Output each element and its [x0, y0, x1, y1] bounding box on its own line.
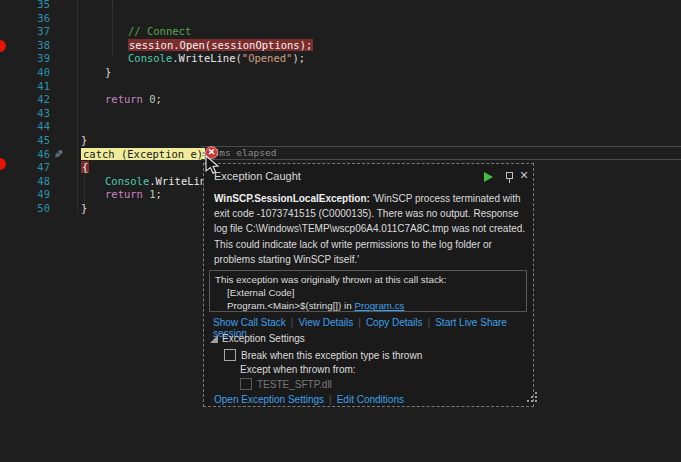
call-stack-frame: Program.<Main>$(string[]) in Program.cs	[215, 299, 521, 312]
line-number[interactable]: 40	[0, 66, 50, 80]
code-token: WriteLine	[179, 52, 236, 64]
code-token: return	[105, 188, 143, 200]
break-checkbox-row: Break when this exception type is thrown	[224, 349, 422, 361]
settings-links: Open Exception Settings|Edit Conditions	[214, 394, 404, 405]
action-link[interactable]: Show Call Stack	[213, 317, 286, 328]
module-checkbox-label: TESTE_SFTP.dll	[257, 379, 332, 390]
line-number[interactable]: 43	[0, 107, 50, 121]
line-number[interactable]: 36	[0, 12, 50, 26]
code-token: // Connect	[128, 25, 191, 37]
code-token: WriteLin	[156, 175, 207, 187]
code-line[interactable]: 40}	[0, 66, 681, 80]
mouse-cursor-icon	[205, 155, 220, 175]
line-number[interactable]: 44	[0, 120, 50, 134]
line-number[interactable]: 39	[0, 52, 50, 66]
pencil-icon: ✎	[54, 148, 63, 162]
expander-icon	[210, 335, 218, 343]
code-line[interactable]: 37// Connect	[0, 25, 681, 39]
code-token: Console	[105, 175, 149, 187]
pin-icon[interactable]	[504, 171, 515, 184]
separator: |	[358, 317, 361, 328]
line-number[interactable]: 41	[0, 80, 50, 94]
frame-text: Program.<Main>$(string[]) in	[227, 300, 354, 311]
line-number[interactable]: 46	[0, 148, 50, 162]
source-file-link[interactable]: Program.cs	[354, 300, 404, 311]
break-checkbox-label: Break when this exception type is thrown	[241, 350, 422, 361]
code-token: }	[81, 134, 87, 146]
call-stack-frame: [External Code]	[215, 286, 521, 299]
code-token: catch (Exception e)	[81, 148, 205, 160]
exception-settings-label: Exception Settings	[222, 333, 305, 344]
exception-settings-header[interactable]: Exception Settings	[210, 333, 305, 344]
line-number[interactable]: 48	[0, 175, 50, 189]
line-number[interactable]: 49	[0, 188, 50, 202]
break-checkbox[interactable]	[224, 349, 236, 361]
code-line[interactable]: 35	[0, 0, 681, 12]
action-link[interactable]: View Details	[298, 317, 353, 328]
line-number[interactable]: 37	[0, 25, 50, 39]
call-stack-intro: This exception was originally thrown at …	[215, 273, 521, 286]
code-line[interactable]: 38session.Open(sessionOptions);	[0, 39, 681, 53]
exception-message: WinSCP.SessionLocalException: 'WinSCP pr…	[214, 191, 528, 268]
line-number[interactable]: 45	[0, 134, 50, 148]
line-number[interactable]: 38	[0, 39, 50, 53]
separator: |	[291, 317, 294, 328]
code-line[interactable]: 36	[0, 12, 681, 26]
except-when-label: Except when thrown from:	[240, 364, 356, 375]
continue-icon[interactable]	[484, 172, 493, 182]
code-token: {	[81, 161, 89, 173]
module-checkbox-row: TESTE_SFTP.dll	[240, 378, 332, 390]
code-token: ;	[156, 188, 162, 200]
line-number[interactable]: 42	[0, 93, 50, 107]
exception-type: WinSCP.SessionLocalException:	[214, 193, 370, 204]
code-token: );	[292, 52, 305, 64]
code-token: return	[105, 93, 143, 105]
popup-title: Exception Caught	[214, 170, 301, 182]
code-token: ;	[156, 93, 162, 105]
resize-grip[interactable]	[527, 400, 529, 402]
separator: |	[329, 394, 332, 405]
code-line[interactable]: 43	[0, 107, 681, 121]
call-stack-box: This exception was originally thrown at …	[209, 270, 527, 312]
line-number[interactable]: 47	[0, 161, 50, 175]
action-link[interactable]: Edit Conditions	[337, 394, 404, 405]
separator: |	[428, 317, 431, 328]
code-token: "Opened"	[242, 52, 293, 64]
line-number[interactable]: 35	[0, 0, 50, 12]
close-icon[interactable]: ×	[520, 167, 528, 183]
code-editor[interactable]: 353637// Connect38session.Open(sessionOp…	[0, 0, 681, 462]
code-line[interactable]: 41	[0, 80, 681, 94]
code-line[interactable]: 42return 0;	[0, 93, 681, 107]
code-token: }	[105, 66, 111, 78]
action-link[interactable]: Copy Details	[366, 317, 423, 328]
code-line[interactable]: 44	[0, 120, 681, 134]
code-token: Console	[128, 52, 172, 64]
action-link[interactable]: Open Exception Settings	[214, 394, 324, 405]
line-number[interactable]: 50	[0, 202, 50, 216]
exception-helper-popup: Exception Caught × WinSCP.SessionLocalEx…	[203, 163, 534, 407]
code-token: session.Open(sessionOptions);	[128, 39, 313, 51]
code-line[interactable]: 39Console.WriteLine("Opened");	[0, 52, 681, 66]
module-checkbox[interactable]	[240, 378, 252, 390]
code-token: }	[81, 202, 87, 214]
